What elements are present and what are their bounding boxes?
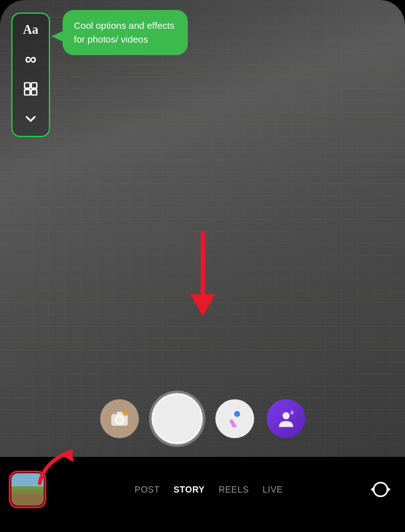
edit-button[interactable] bbox=[215, 399, 254, 438]
edit-icon bbox=[224, 408, 245, 429]
shutter-button[interactable] bbox=[151, 393, 203, 444]
svg-rect-1 bbox=[31, 83, 37, 88]
tooltip-bubble: Cool options and effects for photos/ vid… bbox=[63, 10, 188, 55]
svg-marker-21 bbox=[387, 487, 391, 492]
text-tool-label: Aa bbox=[23, 23, 38, 37]
more-options-button[interactable] bbox=[13, 108, 49, 130]
chevron-down-icon bbox=[23, 111, 39, 127]
svg-point-18 bbox=[282, 412, 289, 419]
tab-live[interactable]: LIVE bbox=[263, 484, 283, 494]
tooltip-text: Cool options and effects for photos/ vid… bbox=[74, 20, 175, 44]
tab-post[interactable]: POST bbox=[135, 484, 160, 494]
svg-rect-0 bbox=[24, 83, 30, 88]
text-tool-button[interactable]: Aa bbox=[13, 20, 49, 39]
camera-controls bbox=[0, 393, 405, 444]
infinity-icon: ∞ bbox=[25, 51, 37, 67]
left-sidebar: Aa ∞ bbox=[11, 13, 50, 137]
svg-marker-22 bbox=[371, 487, 374, 492]
tab-reels[interactable]: REELS bbox=[218, 484, 249, 494]
arrow-down bbox=[184, 232, 222, 322]
svg-marker-5 bbox=[190, 294, 215, 316]
flip-camera-button[interactable] bbox=[367, 476, 394, 503]
avatar-button[interactable] bbox=[267, 399, 305, 438]
nav-tabs: POST STORY REELS LIVE bbox=[135, 484, 283, 494]
svg-point-7 bbox=[115, 416, 123, 424]
layout-button[interactable] bbox=[13, 78, 49, 100]
flip-camera-icon bbox=[371, 479, 391, 499]
down-arrow-icon bbox=[184, 232, 222, 319]
boomerang-button[interactable]: ∞ bbox=[13, 48, 49, 69]
camera-viewfinder: Aa ∞ Cool options and effects bbox=[0, 0, 405, 457]
phone-wrapper: Aa ∞ Cool options and effects bbox=[0, 0, 405, 532]
tab-story[interactable]: STORY bbox=[173, 484, 205, 494]
grid-icon bbox=[23, 81, 39, 97]
svg-point-15 bbox=[234, 411, 240, 417]
svg-rect-8 bbox=[116, 412, 122, 415]
effects-button[interactable] bbox=[100, 399, 139, 438]
svg-rect-2 bbox=[24, 90, 30, 95]
svg-rect-3 bbox=[31, 90, 37, 95]
avatar-icon bbox=[275, 408, 297, 429]
effects-icon bbox=[109, 408, 130, 429]
